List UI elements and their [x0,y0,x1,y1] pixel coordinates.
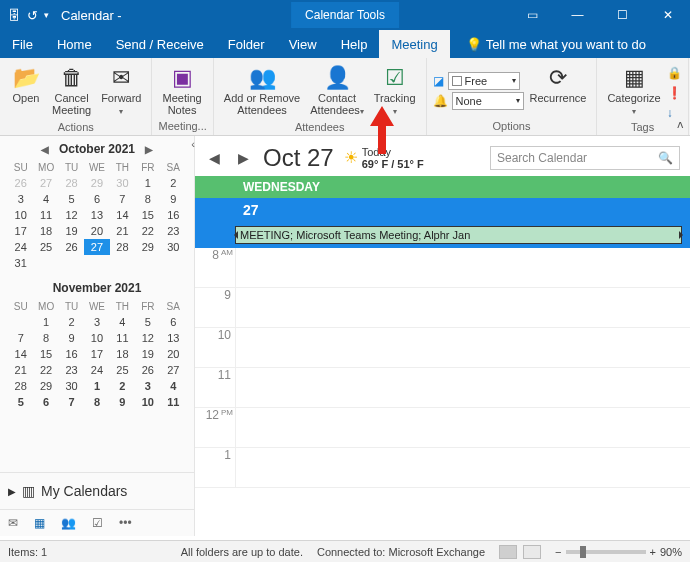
mini-cal-day[interactable]: 23 [59,362,84,378]
time-slot[interactable] [235,448,690,487]
mini-cal-day[interactable] [110,255,135,271]
mini-cal-day[interactable]: 25 [33,239,58,255]
mini-cal-day[interactable] [161,255,186,271]
open-button[interactable]: 📂Open [6,62,46,120]
mini-cal-day[interactable]: 10 [8,207,33,223]
tab-view[interactable]: View [277,30,329,58]
tab-send-receive[interactable]: Send / Receive [104,30,216,58]
time-slot[interactable] [235,368,690,407]
show-as-select[interactable]: Free▾ [448,72,520,90]
mini-cal-day[interactable]: 10 [135,394,160,410]
my-calendars-header[interactable]: ▶ ▥ My Calendars [0,472,194,509]
maximize-button[interactable]: ☐ [600,0,645,30]
mini-cal-day[interactable]: 2 [110,378,135,394]
mini-cal-day[interactable]: 24 [84,362,109,378]
all-day-area[interactable]: 27 MEETING; Microsoft Teams Meeting; Alp… [195,198,690,248]
mini-cal-day[interactable]: 16 [161,207,186,223]
appointment-item[interactable]: MEETING; Microsoft Teams Meeting; Alphr … [235,226,682,244]
view-reading[interactable] [523,545,541,559]
minimize-button[interactable]: — [555,0,600,30]
mini-cal-day[interactable]: 27 [33,175,58,191]
mini-cal-day[interactable]: 11 [110,330,135,346]
mini-cal-day[interactable]: 1 [33,314,58,330]
mini-cal-day[interactable]: 5 [8,394,33,410]
mini-cal-day[interactable]: 21 [8,362,33,378]
mini-cal-day[interactable]: 10 [84,330,109,346]
time-grid[interactable]: 8AM9101112PM1 [195,248,690,488]
mini-cal-day[interactable]: 15 [135,207,160,223]
mini-cal-day[interactable]: 8 [84,394,109,410]
tab-meeting[interactable]: Meeting [379,30,449,58]
mini-cal-day[interactable]: 19 [135,346,160,362]
mini-cal-day[interactable]: 18 [33,223,58,239]
mini-cal-day[interactable]: 6 [33,394,58,410]
search-calendar-input[interactable]: Search Calendar 🔍 [490,146,680,170]
mini-cal-day[interactable]: 13 [84,207,109,223]
time-slot[interactable] [235,408,690,447]
mini-cal-day[interactable]: 8 [135,191,160,207]
mini-cal-day[interactable]: 23 [161,223,186,239]
mini-cal-day[interactable]: 26 [8,175,33,191]
mini-cal-day[interactable]: 9 [110,394,135,410]
view-normal[interactable] [499,545,517,559]
tab-help[interactable]: Help [329,30,380,58]
qat-undo-icon[interactable]: ↺ [27,8,38,23]
mini-cal-day[interactable]: 12 [59,207,84,223]
mini-cal-day[interactable]: 7 [110,191,135,207]
prev-day-button[interactable]: ◀ [205,150,224,166]
nav-mail-icon[interactable]: ✉ [8,516,18,530]
mini-cal-day[interactable] [84,255,109,271]
mini-cal-day[interactable]: 13 [161,330,186,346]
mini-cal-day[interactable]: 27 [161,362,186,378]
mini-cal-day[interactable]: 29 [84,175,109,191]
ribbon-display-icon[interactable]: ▭ [510,0,555,30]
mini-cal-day[interactable]: 3 [8,191,33,207]
mini-cal-oct-grid[interactable]: SUMOTUWETHFRSA 2627282930123456789101112… [8,160,186,271]
mini-cal-day[interactable] [59,255,84,271]
high-importance-icon[interactable]: ❗ [667,86,682,100]
mini-cal-day[interactable]: 6 [161,314,186,330]
mini-cal-day[interactable]: 3 [135,378,160,394]
contact-attendees-button[interactable]: 👤Contact Attendees [306,62,368,120]
mini-cal-day[interactable]: 1 [84,378,109,394]
tracking-button[interactable]: ☑Tracking [370,62,420,120]
mini-cal-day[interactable]: 28 [110,239,135,255]
mini-cal-day[interactable] [33,255,58,271]
mini-cal-day[interactable]: 16 [59,346,84,362]
mini-cal-day[interactable]: 2 [161,175,186,191]
mini-cal-day[interactable] [8,314,33,330]
nav-calendar-icon[interactable]: ▦ [34,516,45,530]
mini-cal-day[interactable]: 29 [135,239,160,255]
zoom-out-icon[interactable]: − [555,546,561,558]
cancel-meeting-button[interactable]: 🗑Cancel Meeting [48,62,95,120]
mini-cal-day[interactable]: 24 [8,239,33,255]
categorize-button[interactable]: ▦Categorize [603,62,664,120]
mini-cal-day[interactable]: 8 [33,330,58,346]
recurrence-button[interactable]: ⟳Recurrence [526,62,591,119]
mini-cal-day[interactable]: 21 [110,223,135,239]
mini-cal-day[interactable]: 5 [59,191,84,207]
qat-save-icon[interactable]: 🗄 [8,8,21,23]
qat-dropdown-icon[interactable]: ▾ [44,10,49,20]
mini-cal-day[interactable]: 31 [8,255,33,271]
add-remove-attendees-button[interactable]: 👥Add or Remove Attendees [220,62,304,120]
mini-cal-day[interactable]: 26 [59,239,84,255]
mini-cal-day[interactable]: 25 [110,362,135,378]
next-day-button[interactable]: ▶ [234,150,253,166]
mini-cal-day[interactable]: 19 [59,223,84,239]
mini-cal-day[interactable]: 11 [33,207,58,223]
mini-cal-day[interactable]: 27 [84,239,109,255]
mini-cal-day[interactable]: 14 [110,207,135,223]
close-button[interactable]: ✕ [645,0,690,30]
mini-cal-day[interactable]: 30 [161,239,186,255]
tab-home[interactable]: Home [45,30,104,58]
mini-cal-day[interactable]: 4 [33,191,58,207]
forward-button[interactable]: ✉Forward [97,62,145,120]
weather-widget[interactable]: ☀ Today 69° F / 51° F [344,146,424,170]
mini-cal-day[interactable]: 9 [59,330,84,346]
meeting-notes-button[interactable]: ▣Meeting Notes [158,62,205,119]
mini-cal-day[interactable]: 7 [59,394,84,410]
mini-cal-day[interactable]: 3 [84,314,109,330]
mini-cal-day[interactable]: 12 [135,330,160,346]
tell-me-search[interactable]: 💡 Tell me what you want to do [450,30,646,58]
